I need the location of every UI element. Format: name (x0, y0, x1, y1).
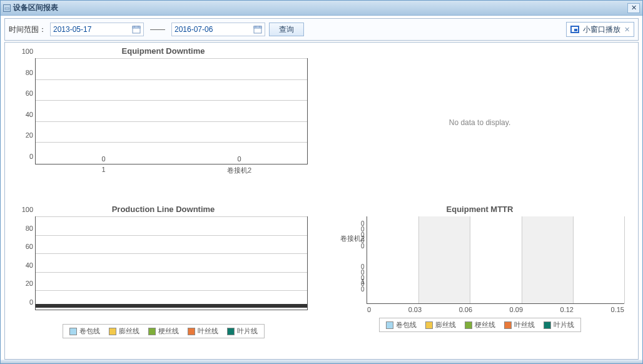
date-from-input[interactable]: 2013-05-17 (50, 23, 144, 36)
legend-item: 膨丝线 (109, 326, 139, 336)
ytick: 20 (17, 131, 33, 139)
ytick: 100 (17, 206, 33, 213)
toolbar: 时间范围： 2013-05-17 —— 2016-07-06 查询 小窗口播放 … (4, 18, 639, 41)
legend-item: 卷包线 (386, 320, 417, 330)
window-icon: ▭ (3, 4, 11, 12)
ytick: 80 (17, 225, 33, 232)
bar-value-labels: 0 0 (36, 155, 307, 163)
ytick: 40 (17, 261, 33, 269)
date-to-input[interactable]: 2016-07-06 (171, 23, 265, 36)
range-separator: —— (150, 25, 165, 34)
legend-swatch (504, 321, 512, 329)
titlebar: ▭ 设备区间报表 ✕ (1, 1, 642, 16)
legend-label: 梗丝线 (158, 326, 179, 336)
legend-label: 叶丝线 (198, 326, 218, 336)
cell-production-line-downtime: Production Line Downtime 0 20 40 60 80 1… (5, 201, 322, 359)
legend-swatch (386, 321, 393, 329)
legend-item: 膨丝线 (425, 320, 456, 330)
pip-label: 小窗口播放 (583, 24, 620, 35)
equipment-downtime-plot: 0 20 40 60 80 100 0 0 1 卷接机2 (35, 58, 308, 164)
svg-rect-1 (133, 26, 140, 28)
legend-item: 叶片线 (544, 320, 574, 330)
pip-badge[interactable]: 小窗口播放 ✕ (566, 22, 634, 37)
legend-swatch (148, 328, 156, 335)
legend-swatch (465, 321, 472, 329)
legend-label: 叶片线 (237, 326, 258, 336)
ytick: 60 (17, 89, 33, 97)
legend-label: 卷包线 (79, 326, 100, 336)
cell-equipment-mttr: Equipment MTTR 卷接机2 1 00000 00000 0 0.0 (322, 201, 638, 359)
cell-nodata: No data to display. (322, 43, 638, 201)
production-line-plot: 0 20 40 60 80 100 (35, 216, 308, 310)
range-label: 时间范围： (9, 24, 46, 35)
legend-swatch (425, 321, 433, 329)
date-to-value: 2016-07-06 (175, 25, 213, 34)
pip-close-icon[interactable]: ✕ (624, 26, 630, 34)
x-ticks: 0 0.03 0.06 0.09 0.12 0.15 (367, 306, 624, 313)
chart-title: Equipment MTTR (329, 205, 630, 214)
legend-swatch (544, 321, 551, 329)
legend-swatch (227, 328, 235, 335)
equipment-mttr-plot: 卷接机2 1 00000 00000 0 0.03 0.06 0.09 0.12… (367, 216, 624, 304)
calendar-icon (253, 25, 262, 34)
legend-item: 梗丝线 (148, 326, 179, 336)
legend-item: 叶片线 (227, 326, 258, 336)
legend-item: 叶丝线 (504, 320, 535, 330)
close-button[interactable]: ✕ (627, 3, 640, 13)
zero-stack: 00000 (361, 221, 365, 249)
legend-label: 叶丝线 (514, 320, 535, 330)
legend-label: 膨丝线 (435, 320, 456, 330)
window-footer (1, 360, 642, 363)
query-button[interactable]: 查询 (269, 23, 304, 36)
window-title: 设备区间报表 (13, 3, 627, 13)
cell-equipment-downtime: Equipment Downtime 0 20 40 60 80 100 0 0 (5, 43, 322, 201)
ytick: 60 (17, 243, 33, 250)
nodata-message: No data to display. (329, 46, 630, 198)
ytick: 40 (17, 111, 33, 118)
legend: 卷包线膨丝线梗丝线叶丝线叶片线 (379, 318, 581, 332)
svg-rect-5 (254, 26, 261, 28)
legend-label: 梗丝线 (475, 320, 495, 330)
ytick: 80 (17, 69, 33, 76)
ytick: 1 (333, 278, 365, 285)
chart-title: Production Line Downtime (13, 205, 314, 214)
legend-label: 叶片线 (554, 320, 574, 330)
legend-item: 卷包线 (69, 326, 100, 336)
chart-title: Equipment Downtime (13, 46, 314, 56)
chart-grid: Equipment Downtime 0 20 40 60 80 100 0 0 (5, 43, 638, 359)
ytick: 卷接机2 (333, 233, 365, 243)
app-window: ▭ 设备区间报表 ✕ 时间范围： 2013-05-17 —— 2016-07-0… (0, 0, 643, 364)
legend-swatch (109, 328, 116, 335)
legend-label: 卷包线 (396, 320, 417, 330)
pip-icon (570, 26, 579, 33)
legend-item: 梗丝线 (465, 320, 495, 330)
ytick: 100 (17, 48, 33, 55)
legend-item: 叶丝线 (188, 326, 218, 336)
date-from-value: 2013-05-17 (53, 25, 91, 34)
legend: 卷包线膨丝线梗丝线叶丝线叶片线 (63, 324, 265, 338)
zero-stack: 00000 (361, 264, 365, 292)
zero-bar (36, 304, 307, 308)
ytick: 0 (17, 153, 33, 160)
legend-swatch (188, 328, 195, 335)
content-area: Equipment Downtime 0 20 40 60 80 100 0 0 (4, 42, 639, 360)
legend-swatch (69, 328, 77, 335)
ytick: 20 (17, 280, 33, 287)
calendar-icon (132, 25, 141, 34)
legend-label: 膨丝线 (119, 326, 139, 336)
ytick: 0 (17, 298, 33, 306)
x-category-labels: 1 卷接机2 (36, 166, 307, 175)
